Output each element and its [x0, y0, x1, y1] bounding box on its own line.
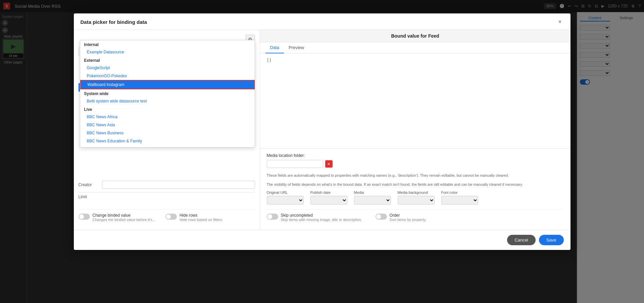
- dropdown-item-example-datasource[interactable]: Example Datasource: [80, 48, 255, 56]
- data-picker-modal: Data picker for binding data × ⚙ Clear d…: [74, 13, 571, 250]
- form-section: Creator Limit: [79, 181, 255, 204]
- dropdown-item-wallboard-instagram[interactable]: Wallboard Instagram: [80, 80, 255, 89]
- dropdown-item-bbc-education[interactable]: BBC News Education & Family: [80, 137, 255, 145]
- hide-rows-toggle: Hide rows Hide rows based on filters.: [165, 213, 223, 222]
- group-label-external: External: [80, 56, 255, 64]
- media-fields: Media location folder: × These fields ar…: [260, 148, 571, 230]
- skip-uncompleted-switch[interactable]: [267, 214, 278, 220]
- dropdown-group-internal: Internal Example Datasource: [80, 40, 255, 56]
- font-color-label: Font color: [441, 190, 478, 194]
- media-background-field: Media background: [398, 190, 435, 205]
- media-location-label: Media location folder:: [267, 153, 564, 158]
- creator-input[interactable]: [102, 181, 255, 189]
- hide-rows-switch[interactable]: [165, 214, 177, 220]
- tabs-row: Data Preview: [260, 42, 571, 53]
- hide-rows-subtitle: Hide rows based on filters.: [180, 218, 223, 222]
- original-url-select[interactable]: [267, 196, 304, 205]
- group-label-system-wide: System wide: [80, 89, 255, 97]
- font-color-select[interactable]: [441, 196, 478, 205]
- change-binded-value-title: Change binded value: [93, 213, 155, 218]
- tab-preview[interactable]: Preview: [284, 42, 309, 53]
- modal-header: Data picker for binding data ×: [74, 13, 571, 30]
- media-location-row: ×: [267, 160, 564, 168]
- dropdown-item-pokemongo[interactable]: PokemonGO-Pokedex: [80, 72, 255, 80]
- dropdown-item-bbc-england[interactable]: BBC News England: [80, 145, 255, 147]
- media-label: Media: [354, 190, 391, 194]
- order-item: Order Sort items by property.: [376, 213, 427, 222]
- skip-uncompleted-subtitle: Skip items with missing image, title or …: [281, 218, 362, 222]
- modal-body: ⚙ Clear datasource Wallboard Instagram ▾…: [74, 30, 571, 230]
- dropdown-group-live: Live BBC News Africa BBC News Asia BBC N…: [80, 105, 255, 147]
- font-color-field: Font color: [441, 190, 478, 205]
- publish-date-select[interactable]: [310, 196, 347, 205]
- publish-date-field: Publish date: [310, 190, 347, 205]
- media-location-delete-button[interactable]: ×: [325, 160, 333, 168]
- order-switch[interactable]: [376, 214, 387, 220]
- change-binded-value-labels: Change binded value Changes the binded v…: [93, 213, 155, 222]
- creator-label: Creator: [79, 182, 99, 187]
- media-background-select[interactable]: [398, 196, 435, 205]
- dropdown-item-bbc-business[interactable]: BBC News Business: [80, 129, 255, 137]
- change-binded-value-switch[interactable]: [79, 214, 90, 220]
- preview-content: []: [267, 58, 271, 63]
- skip-uncompleted-labels: Skip uncompleted Skip items with missing…: [281, 213, 362, 222]
- media-field: Media: [354, 190, 391, 205]
- skip-order-row: Skip uncompleted Skip items with missing…: [267, 209, 564, 225]
- left-panel: ⚙ Clear datasource Wallboard Instagram ▾…: [74, 30, 260, 230]
- publish-date-label: Publish date: [310, 190, 347, 194]
- note-text-1: These fields are automatically mapped to…: [267, 173, 564, 178]
- modal-close-button[interactable]: ×: [556, 18, 564, 26]
- fields-row: Original URL Publish date Media Med: [267, 190, 564, 205]
- note-text-2: The visibility of fields depends on what…: [267, 182, 564, 187]
- dropdown-group-external: External GoogleScript PokemonGO-Pokedex …: [80, 56, 255, 89]
- right-panel: Bound value for Feed Data Preview [] Med…: [260, 30, 571, 230]
- change-binded-value-subtitle: Changes the binded value before it's...: [93, 218, 155, 222]
- tab-data[interactable]: Data: [265, 42, 284, 53]
- modal-footer: Cancel Save: [74, 230, 571, 250]
- dropdown-item-bbc-asia[interactable]: BBC News Asia: [80, 121, 255, 129]
- change-binded-value-toggle: Change binded value Changes the binded v…: [79, 213, 155, 222]
- datasource-dropdown[interactable]: Internal Example Datasource External Goo…: [80, 40, 255, 147]
- delete-icon: ×: [327, 161, 330, 167]
- hide-rows-title: Hide rows: [180, 213, 223, 218]
- original-url-label: Original URL: [267, 190, 304, 194]
- group-label-internal: Internal: [80, 40, 255, 48]
- limit-label: Limit: [79, 194, 255, 199]
- order-subtitle: Sort items by property.: [390, 218, 427, 222]
- media-background-label: Media background: [398, 190, 435, 194]
- order-title: Order: [390, 213, 427, 218]
- preview-area: []: [260, 53, 571, 148]
- order-labels: Order Sort items by property.: [390, 213, 427, 222]
- dropdown-item-bbc-africa[interactable]: BBC News Africa: [80, 113, 255, 121]
- skip-uncompleted-title: Skip uncompleted: [281, 213, 362, 218]
- cancel-button[interactable]: Cancel: [507, 235, 535, 245]
- hide-rows-labels: Hide rows Hide rows based on filters.: [180, 213, 223, 222]
- dropdown-group-system-wide: System wide Betti system wide datasource…: [80, 89, 255, 105]
- media-select[interactable]: [354, 196, 391, 205]
- media-location-input[interactable]: [267, 160, 323, 168]
- creator-row: Creator: [79, 181, 255, 189]
- original-url-field: Original URL: [267, 190, 304, 205]
- dropdown-item-betti-system[interactable]: Betti system wide datasource test: [80, 97, 255, 105]
- group-label-live: Live: [80, 105, 255, 113]
- bound-value-header: Bound value for Feed: [260, 30, 571, 42]
- save-button[interactable]: Save: [539, 235, 564, 245]
- dropdown-item-googlescript[interactable]: GoogleScript: [80, 64, 255, 72]
- skip-uncompleted-item: Skip uncompleted Skip items with missing…: [267, 213, 362, 222]
- blue-indicator: [79, 83, 80, 92]
- modal-overlay: Data picker for binding data × ⚙ Clear d…: [0, 0, 644, 303]
- limit-section: Limit: [79, 192, 255, 204]
- modal-title: Data picker for binding data: [81, 19, 147, 25]
- bottom-toggles: Change binded value Changes the binded v…: [79, 209, 255, 225]
